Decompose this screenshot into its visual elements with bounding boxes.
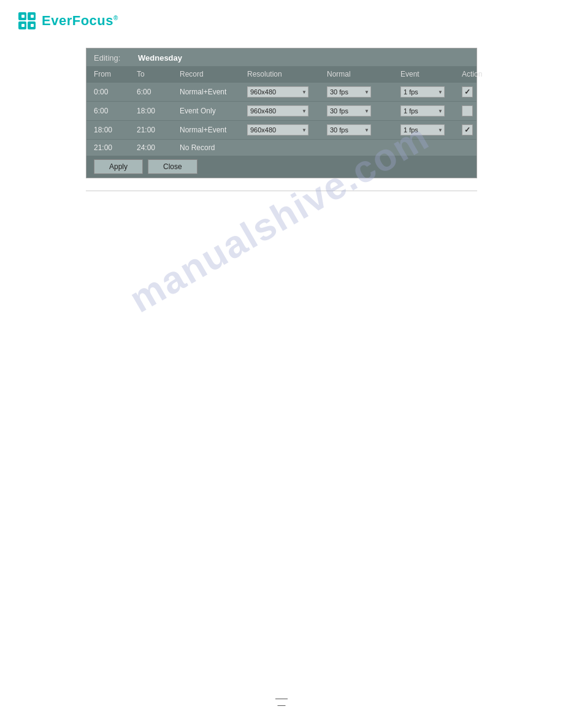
svg-rect-7 bbox=[31, 24, 34, 27]
cell-to-0: 6:00 bbox=[137, 86, 180, 97]
cell-action-2[interactable] bbox=[462, 123, 499, 137]
normal-select-1[interactable]: 30 fps 15 fps 7 fps 1 fps bbox=[327, 105, 371, 116]
cell-from-3: 21:00 bbox=[94, 142, 137, 153]
table-row: 18:00 21:00 Normal+Event 960x480 640x480… bbox=[86, 120, 477, 139]
normal-dropdown-wrapper-1: 30 fps 15 fps 7 fps 1 fps bbox=[327, 105, 371, 116]
cell-resolution-2[interactable]: 960x480 640x480 320x240 bbox=[247, 123, 327, 137]
logo-area: EverFocus® bbox=[0, 0, 563, 42]
col-header-to: To bbox=[137, 69, 180, 80]
action-checkbox-0[interactable] bbox=[462, 86, 473, 97]
editing-row: Editing: Wednesday bbox=[86, 48, 477, 66]
cell-action-3 bbox=[462, 146, 499, 149]
resolution-dropdown-wrapper-0: 960x480 640x480 320x240 bbox=[247, 86, 308, 97]
normal-dropdown-wrapper-2: 30 fps 15 fps 7 fps 1 fps bbox=[327, 124, 371, 135]
cell-event-1[interactable]: 1 fps 7 fps 15 fps 30 fps bbox=[400, 104, 462, 118]
cell-record-0: Normal+Event bbox=[180, 86, 247, 97]
cell-normal-1[interactable]: 30 fps 15 fps 7 fps 1 fps bbox=[327, 104, 400, 118]
col-header-from: From bbox=[94, 69, 137, 80]
resolution-select-2[interactable]: 960x480 640x480 320x240 bbox=[247, 124, 308, 135]
dialog-box: Editing: Wednesday From To Record Resolu… bbox=[86, 48, 477, 178]
panel-container: Editing: Wednesday From To Record Resolu… bbox=[86, 48, 477, 178]
svg-rect-5 bbox=[31, 15, 34, 18]
table-header: From To Record Resolution Normal Event A… bbox=[86, 66, 477, 82]
svg-rect-6 bbox=[21, 24, 25, 27]
cell-event-2[interactable]: 1 fps 7 fps 15 fps 30 fps bbox=[400, 123, 462, 137]
page-number: — bbox=[275, 699, 288, 710]
cell-record-2: Normal+Event bbox=[180, 124, 247, 135]
close-button[interactable]: Close bbox=[148, 159, 197, 174]
col-header-record: Record bbox=[180, 69, 247, 80]
action-checkbox-1[interactable] bbox=[462, 105, 473, 116]
everfocus-logo-icon bbox=[18, 11, 38, 31]
logo-text: EverFocus® bbox=[42, 13, 118, 29]
svg-rect-4 bbox=[21, 15, 25, 18]
cell-to-2: 21:00 bbox=[137, 124, 180, 135]
col-header-normal: Normal bbox=[327, 69, 400, 80]
editing-label: Editing: bbox=[94, 53, 131, 63]
cell-resolution-3 bbox=[247, 146, 327, 149]
editing-value: Wednesday bbox=[138, 53, 182, 63]
table-row: 0:00 6:00 Normal+Event 960x480 640x480 3… bbox=[86, 82, 477, 101]
cell-record-1: Event Only bbox=[180, 105, 247, 116]
table-row: 6:00 18:00 Event Only 960x480 640x480 32… bbox=[86, 101, 477, 120]
apply-button[interactable]: Apply bbox=[94, 159, 143, 174]
action-checkbox-2[interactable] bbox=[462, 124, 473, 135]
normal-dropdown-wrapper-0: 30 fps 15 fps 7 fps 1 fps bbox=[327, 86, 371, 97]
cell-normal-2[interactable]: 30 fps 15 fps 7 fps 1 fps bbox=[327, 123, 400, 137]
divider-line bbox=[86, 191, 477, 191]
event-select-1[interactable]: 1 fps 7 fps 15 fps 30 fps bbox=[400, 105, 445, 116]
event-dropdown-wrapper-2: 1 fps 7 fps 15 fps 30 fps bbox=[400, 124, 445, 135]
cell-record-3: No Record bbox=[180, 142, 247, 153]
cell-to-3: 24:00 bbox=[137, 142, 180, 153]
cell-event-3 bbox=[400, 146, 462, 149]
resolution-dropdown-wrapper-1: 960x480 640x480 320x240 bbox=[247, 105, 308, 116]
normal-select-0[interactable]: 30 fps 15 fps 7 fps 1 fps bbox=[327, 86, 371, 97]
col-header-action: Action bbox=[462, 69, 499, 80]
buttons-row: Apply Close bbox=[86, 156, 477, 178]
event-dropdown-wrapper-1: 1 fps 7 fps 15 fps 30 fps bbox=[400, 105, 445, 116]
cell-resolution-1[interactable]: 960x480 640x480 320x240 bbox=[247, 104, 327, 118]
event-select-0[interactable]: 1 fps 7 fps 15 fps 30 fps bbox=[400, 86, 445, 97]
cell-event-0[interactable]: 1 fps 7 fps 15 fps 30 fps bbox=[400, 85, 462, 99]
col-header-event: Event bbox=[400, 69, 462, 80]
cell-action-1[interactable] bbox=[462, 104, 499, 118]
cell-normal-3 bbox=[327, 146, 400, 149]
resolution-select-1[interactable]: 960x480 640x480 320x240 bbox=[247, 105, 308, 116]
resolution-dropdown-wrapper-2: 960x480 640x480 320x240 bbox=[247, 124, 308, 135]
event-select-2[interactable]: 1 fps 7 fps 15 fps 30 fps bbox=[400, 124, 445, 135]
cell-normal-0[interactable]: 30 fps 15 fps 7 fps 1 fps bbox=[327, 85, 400, 99]
normal-select-2[interactable]: 30 fps 15 fps 7 fps 1 fps bbox=[327, 124, 371, 135]
cell-action-0[interactable] bbox=[462, 85, 499, 99]
cell-from-2: 18:00 bbox=[94, 124, 137, 135]
cell-from-0: 0:00 bbox=[94, 86, 137, 97]
event-dropdown-wrapper-0: 1 fps 7 fps 15 fps 30 fps bbox=[400, 86, 445, 97]
cell-from-1: 6:00 bbox=[94, 105, 137, 116]
resolution-select-0[interactable]: 960x480 640x480 320x240 bbox=[247, 86, 308, 97]
cell-resolution-0[interactable]: 960x480 640x480 320x240 bbox=[247, 85, 327, 99]
cell-to-1: 18:00 bbox=[137, 105, 180, 116]
table-row: 21:00 24:00 No Record bbox=[86, 139, 477, 156]
col-header-resolution: Resolution bbox=[247, 69, 327, 80]
